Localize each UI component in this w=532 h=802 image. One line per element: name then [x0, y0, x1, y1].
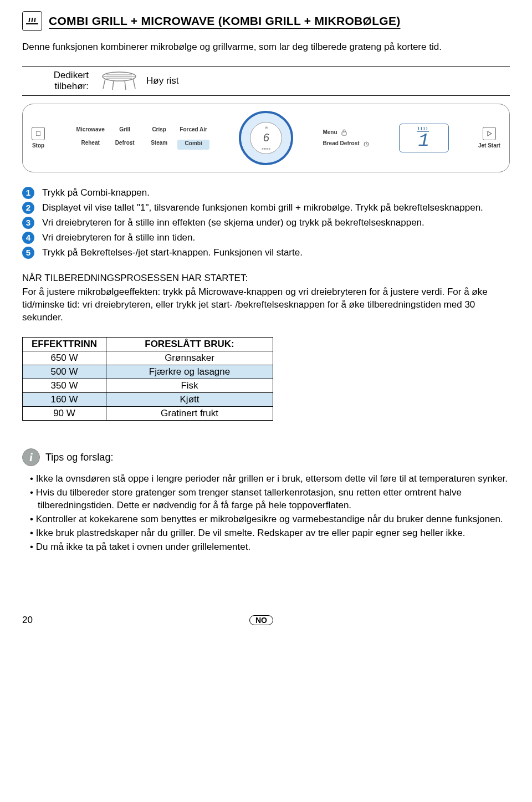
svg-line-6: [112, 80, 114, 90]
step-row: 4 Vri dreiebryteren for å stille inn tid…: [22, 232, 510, 244]
stop-label: Stop: [32, 142, 44, 149]
step-text-2: Displayet vil vise tallet "1", tilsvaren…: [42, 202, 483, 214]
svg-line-5: [133, 79, 135, 89]
control-panel: Stop Microwave Grill Crisp Forced Air Re…: [22, 104, 510, 172]
cell-power: 160 W: [23, 393, 106, 407]
tip-item: Kontroller at kokekarene som benyttes er…: [38, 513, 510, 526]
step-bullet-1: 1: [22, 187, 34, 199]
tip-item: Du må ikke ta på taket i ovnen under gri…: [38, 541, 510, 554]
after-start-body: For å justere mikrobølgeeffekten: trykk …: [22, 286, 510, 324]
table-row: 500 W Fjærkre og lasagne: [23, 365, 273, 379]
cell-power: 350 W: [23, 379, 106, 393]
mode-button-grid: Microwave Grill Crisp Forced Air Reheat …: [74, 126, 209, 150]
stop-button[interactable]: [32, 127, 45, 140]
table-header-power: EFFEKTTRINN: [23, 338, 106, 351]
mode-grill[interactable]: Grill: [109, 126, 141, 136]
bread-defrost-label[interactable]: Bread Defrost: [323, 140, 359, 146]
step-text-3: Vri dreiebryteren for å stille inn effek…: [42, 217, 424, 229]
clock-icon: [363, 140, 370, 147]
cell-use: Kjøtt: [106, 393, 273, 407]
step-text-1: Trykk på Combi-knappen.: [42, 187, 150, 200]
intro-text: Denne funksjonen kombinerer mikrobølge o…: [22, 41, 510, 54]
info-icon: i: [22, 448, 40, 466]
accessory-name: Høy rist: [146, 75, 179, 86]
page-title: COMBI GRILL + MICROWAVE (KOMBI GRILL + M…: [49, 14, 401, 28]
menu-column: Menu Bread Defrost: [323, 129, 369, 147]
step-bullet-2: 2: [22, 202, 34, 214]
svg-marker-14: [488, 131, 492, 136]
dial-th: th: [265, 126, 268, 129]
high-rack-icon: [100, 71, 139, 91]
display-grill-icon: [416, 126, 432, 132]
table-header-use: FORESLÅTT BRUK:: [106, 338, 273, 351]
step-bullet-5: 5: [22, 247, 34, 259]
cell-power: 90 W: [23, 407, 106, 421]
mode-steam[interactable]: Steam: [143, 140, 175, 150]
table-row: 650 W Grønnsaker: [23, 351, 273, 365]
cell-use: Gratinert frukt: [106, 407, 273, 421]
dial-digit: 6: [263, 131, 269, 144]
svg-line-4: [103, 79, 105, 89]
dial-knob[interactable]: th 6 sense: [239, 111, 293, 165]
page-number: 20: [22, 615, 44, 626]
accessory-row: Dedikert tilbehør: Høy rist: [22, 66, 510, 96]
jet-start-button[interactable]: [483, 127, 496, 140]
table-row: 90 W Gratinert frukt: [23, 407, 273, 421]
svg-line-7: [125, 80, 126, 90]
step-bullet-4: 4: [22, 232, 34, 244]
menu-label[interactable]: Menu: [323, 129, 337, 135]
tip-item: Hvis du tilbereder store gratenger som t…: [38, 487, 510, 512]
tips-title: Tips og forslag:: [45, 452, 113, 463]
cell-use: Fjærkre og lasagne: [106, 365, 273, 379]
svg-rect-8: [36, 131, 40, 136]
cell-use: Grønnsaker: [106, 351, 273, 365]
mode-forced-air[interactable]: Forced Air: [177, 126, 209, 136]
svg-rect-9: [342, 132, 346, 135]
display-digit: 1: [418, 130, 429, 151]
tip-item: Ikke la ovnsdøren stå oppe i lengre peri…: [38, 473, 510, 486]
mode-reheat[interactable]: Reheat: [74, 140, 106, 150]
step-row: 1 Trykk på Combi-knappen.: [22, 187, 510, 200]
accessory-label: Dedikert tilbehør:: [22, 70, 89, 92]
title-row: COMBI GRILL + MICROWAVE (KOMBI GRILL + M…: [22, 11, 510, 31]
jet-start-label: Jet Start: [478, 142, 500, 149]
page-footer: 20 NO: [22, 615, 510, 626]
steps-list: 1 Trykk på Combi-knappen. 2 Displayet vi…: [22, 187, 510, 259]
tip-item: Ikke bruk plastredskaper når du griller.…: [38, 527, 510, 540]
step-row: 5 Trykk på Bekreftelses-/jet start-knapp…: [22, 247, 510, 259]
display-screen: 1: [399, 124, 449, 152]
step-row: 2 Displayet vil vise tallet "1", tilsvar…: [22, 202, 510, 214]
tips-list: Ikke la ovnsdøren stå oppe i lengre peri…: [22, 473, 510, 554]
tips-heading-row: i Tips og forslag:: [22, 448, 510, 466]
cell-use: Fisk: [106, 379, 273, 393]
cell-power: 650 W: [23, 351, 106, 365]
step-text-5: Trykk på Bekreftelses-/jet start-knappen…: [42, 247, 303, 259]
grill-mode-icon: [22, 11, 42, 31]
table-row: 160 W Kjøtt: [23, 393, 273, 407]
step-bullet-3: 3: [22, 217, 34, 229]
after-start-heading: NÅR TILBEREDNINGSPROSESSEN HAR STARTET:: [22, 273, 510, 284]
mode-microwave[interactable]: Microwave: [74, 126, 106, 136]
lock-icon: [341, 129, 347, 136]
cell-power: 500 W: [23, 365, 106, 379]
dial-sense: sense: [262, 147, 270, 150]
power-table: EFFEKTTRINN FORESLÅTT BRUK: 650 W Grønns…: [22, 337, 273, 421]
language-pill: NO: [249, 615, 273, 625]
table-row: 350 W Fisk: [23, 379, 273, 393]
mode-crisp[interactable]: Crisp: [143, 126, 175, 136]
step-text-4: Vri dreiebryteren for å stille inn tiden…: [42, 232, 195, 244]
dial-face: th 6 sense: [250, 122, 282, 154]
mode-defrost[interactable]: Defrost: [109, 140, 141, 150]
step-row: 3 Vri dreiebryteren for å stille inn eff…: [22, 217, 510, 229]
mode-combi[interactable]: Combi: [177, 140, 209, 150]
